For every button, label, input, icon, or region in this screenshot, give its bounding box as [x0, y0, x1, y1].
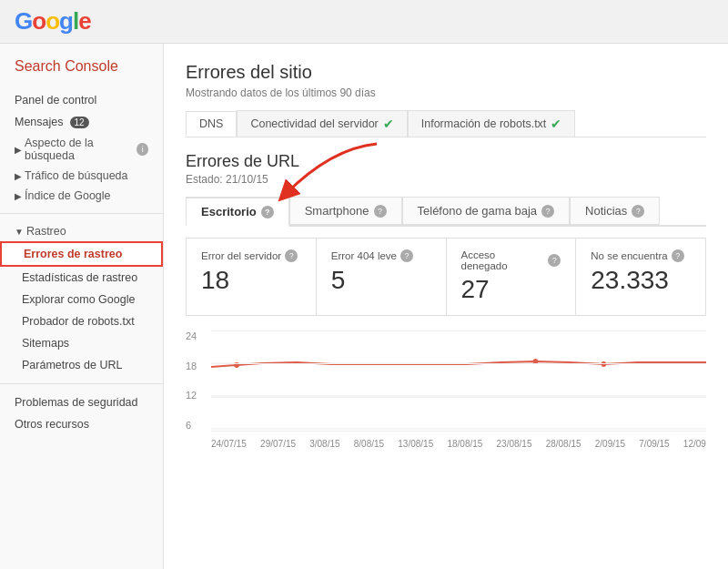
x-label: 12/09: [683, 439, 706, 449]
sidebar-item-trafico-busqueda[interactable]: ▶ Tráfico de búsqueda: [0, 166, 163, 186]
chevron-right-icon: ▶: [15, 191, 22, 201]
x-label: 18/08/15: [447, 439, 482, 449]
y-label: 18: [186, 361, 207, 371]
chart-container: [211, 330, 706, 431]
url-errors-title: Errores de URL: [186, 152, 706, 171]
sidebar-divider: [0, 213, 163, 214]
y-label: 6: [186, 420, 207, 431]
x-label: 7/09/15: [639, 439, 669, 449]
question-icon: ?: [632, 205, 644, 218]
sidebar-item-mensajes[interactable]: Mensajes 12: [0, 111, 163, 133]
chevron-right-icon: ▶: [15, 145, 22, 155]
grid-line: [211, 397, 706, 398]
stat-acceso-denegado: Acceso denegado ? 27: [447, 239, 577, 315]
y-label: 12: [186, 390, 207, 401]
sidebar-item-otros-recursos[interactable]: Otros recursos: [0, 413, 163, 435]
question-icon: ?: [548, 254, 561, 267]
x-label: 13/08/15: [398, 439, 433, 449]
page-layout: Search Console Panel de control Mensajes…: [0, 44, 728, 569]
x-label: 2/09/15: [595, 439, 625, 449]
stat-value: 18: [201, 266, 301, 295]
sidebar-item-label: Aspecto de la búsqueda: [25, 137, 134, 162]
x-label: 24/07/15: [211, 439, 247, 449]
sidebar-item-label: Índice de Google: [25, 189, 111, 202]
sidebar-item-label: Problemas de seguridad: [15, 396, 138, 409]
tab-label: Conectividad del servidor: [250, 117, 378, 130]
tab-label: Smartphone: [305, 204, 369, 218]
sidebar-item-sitemaps[interactable]: Sitemaps: [0, 332, 163, 354]
chart-svg: [211, 330, 706, 431]
tab-telefono-gama-baja[interactable]: Teléfono de gama baja ?: [402, 197, 571, 225]
sidebar-item-problemas-seguridad[interactable]: Problemas de seguridad: [0, 391, 163, 413]
header: Google: [0, 0, 728, 44]
chevron-right-icon: ▶: [15, 171, 22, 181]
tab-label: Escritorio: [201, 205, 257, 218]
sidebar-item-indice-google[interactable]: ▶ Índice de Google: [0, 186, 163, 206]
info-icon: i: [136, 143, 148, 156]
tab-smartphone[interactable]: Smartphone ?: [289, 197, 402, 225]
logo-o1: o: [32, 7, 46, 36]
sidebar-item-errores-rastreo[interactable]: Errores de rastreo: [0, 241, 163, 267]
sidebar-item-label: Tráfico de búsqueda: [25, 169, 128, 182]
site-errors-title: Errores del sitio: [186, 62, 706, 83]
sidebar-title: Search Console: [0, 58, 163, 89]
site-error-tabs: DNS Conectividad del servidor ✔ Informac…: [186, 110, 706, 137]
sidebar-item-parametros-url[interactable]: Parámetros de URL: [0, 354, 163, 376]
y-label: 24: [186, 330, 207, 341]
sidebar-item-label: Mensajes: [15, 116, 64, 128]
stats-row: Error del servidor ? 18 Error 404 leve ?…: [186, 238, 706, 316]
sidebar-item-label: Estadísticas de rastreo: [22, 271, 137, 284]
mensajes-badge: 12: [70, 117, 89, 128]
sidebar-item-probador-robots[interactable]: Probador de robots.txt: [0, 310, 163, 332]
question-icon: ?: [400, 249, 413, 262]
sidebar-item-label: Probador de robots.txt: [22, 315, 135, 328]
tab-conectividad[interactable]: Conectividad del servidor ✔: [237, 110, 407, 137]
sidebar-item-explorar-google[interactable]: Explorar como Google: [0, 289, 163, 310]
tab-label: Información de robots.txt: [421, 117, 547, 130]
site-errors-subtitle: Mostrando datos de los últimos 90 días: [186, 86, 706, 99]
question-icon: ?: [374, 205, 387, 218]
check-icon: ✔: [551, 117, 561, 131]
stat-value: 27: [461, 275, 561, 304]
sidebar-item-rastreo[interactable]: ▼ Rastreo: [0, 221, 163, 241]
logo-g2: g: [59, 7, 73, 36]
url-errors-status: Estado: 21/10/15: [186, 173, 706, 186]
chart-y-labels: 24 18 12 6: [186, 330, 207, 431]
url-tabs: Escritorio ? Smartphone ? Teléfono de ga…: [186, 197, 706, 227]
tab-escritorio[interactable]: Escritorio ?: [186, 197, 289, 227]
grid-line: [211, 431, 706, 432]
question-icon: ?: [261, 206, 274, 218]
logo-o2: o: [46, 7, 59, 36]
grid-line: [211, 330, 706, 331]
tab-robots[interactable]: Información de robots.txt ✔: [408, 110, 576, 137]
x-label: 23/08/15: [497, 439, 532, 449]
question-icon: ?: [672, 249, 684, 262]
check-icon: ✔: [383, 117, 394, 131]
tab-label: Noticias: [585, 204, 627, 218]
tab-dns[interactable]: DNS: [186, 111, 237, 137]
sidebar-item-label: Rastreo: [26, 225, 66, 238]
sidebar-item-estadisticas-rastreo[interactable]: Estadísticas de rastreo: [0, 267, 163, 289]
stat-label: No se encuentra ?: [591, 249, 691, 262]
sidebar-item-panel-control[interactable]: Panel de control: [0, 89, 163, 111]
sidebar: Search Console Panel de control Mensajes…: [0, 44, 164, 569]
question-icon: ?: [285, 249, 298, 262]
sidebar-item-label: Panel de control: [15, 94, 96, 107]
google-logo: Google: [15, 7, 91, 36]
stat-value: 23.333: [591, 266, 691, 295]
sidebar-item-label: Parámetros de URL: [22, 359, 122, 371]
tab-noticias[interactable]: Noticias ?: [570, 197, 660, 225]
logo-g: G: [15, 7, 32, 36]
stat-value: 5: [331, 266, 431, 295]
sidebar-item-label: Otros recursos: [15, 418, 89, 431]
stat-label: Error 404 leve ?: [331, 249, 431, 262]
stat-error-404: Error 404 leve ? 5: [317, 239, 447, 315]
x-label: 28/08/15: [546, 439, 581, 449]
chevron-down-icon: ▼: [15, 227, 24, 237]
sidebar-item-label: Explorar como Google: [22, 293, 135, 306]
x-label: 3/08/15: [309, 439, 339, 449]
stat-label: Acceso denegado ?: [461, 249, 561, 271]
stat-label: Error del servidor ?: [201, 249, 301, 262]
sidebar-item-label: Sitemaps: [22, 337, 69, 350]
sidebar-item-aspecto-busqueda[interactable]: ▶ Aspecto de la búsqueda i: [0, 133, 163, 166]
